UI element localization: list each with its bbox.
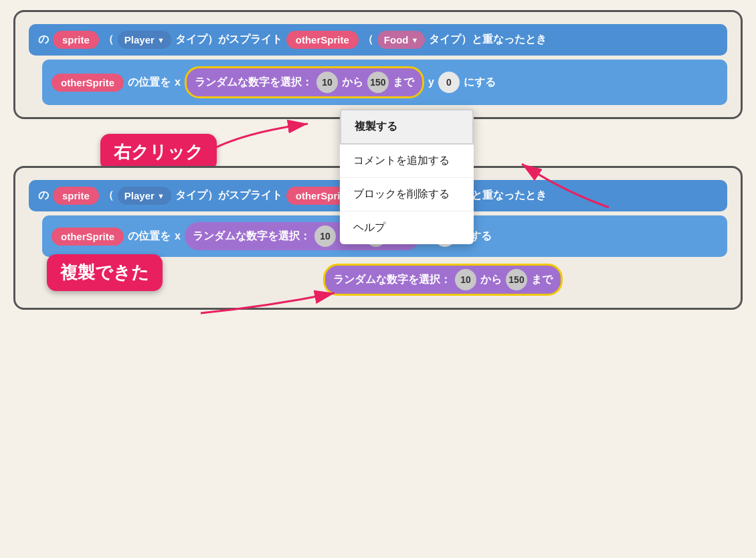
kara-dup: から (480, 273, 502, 287)
open-paren-b: （ (103, 189, 114, 203)
no-text-b: の (38, 189, 49, 203)
type2-text: タイプ）と重なったとき (429, 33, 547, 47)
open-paren2: （ (363, 33, 373, 47)
menu-item-help[interactable]: ヘルプ (340, 211, 474, 244)
no-text: の (38, 33, 49, 47)
kara-top: から (342, 76, 363, 90)
x-label: x (175, 76, 181, 88)
player-dropdown[interactable]: Player ▼ (118, 31, 171, 49)
x-label-b: x (175, 230, 181, 242)
food-arrow-icon: ▼ (411, 36, 418, 44)
open-paren: （ (103, 33, 114, 47)
top-panel: の sprite （ Player ▼ タイプ）がスプライト otherSpri… (13, 10, 743, 119)
type1-text-b: タイプ）がスプライト (175, 189, 282, 203)
duplicated-block-row: ランダムな数字を選択： 10 から 150 まで (323, 264, 727, 296)
from-val-top[interactable]: 10 (316, 72, 338, 93)
from-val-b[interactable]: 10 (314, 225, 336, 247)
niSuru-top: にする (464, 76, 496, 90)
text1-b: の位置を (128, 229, 171, 244)
type1-text: タイプ）がスプライト (175, 33, 282, 47)
othersprite-pill-top[interactable]: otherSprite (286, 31, 359, 49)
y-label: y (428, 76, 434, 88)
from-val-dup[interactable]: 10 (455, 269, 476, 290)
zero-val-top[interactable]: 0 (438, 72, 460, 93)
to-val-dup[interactable]: 150 (506, 269, 527, 290)
menu-item-comment[interactable]: コメントを追加する (340, 145, 474, 178)
food-dropdown-top[interactable]: Food ▼ (377, 31, 426, 49)
sprite-pill-b[interactable]: sprite (53, 187, 99, 205)
made-top: まで (393, 76, 414, 90)
player-dropdown-b[interactable]: Player ▼ (118, 187, 171, 205)
random-block-duplicated[interactable]: ランダムな数字を選択： 10 から 150 まで (323, 264, 563, 296)
player-arrow-icon-b: ▼ (157, 192, 165, 200)
random-label-top: ランダムな数字を選択： (195, 76, 312, 90)
menu-item-copy[interactable]: 複製する (340, 109, 474, 145)
player-arrow-icon: ▼ (157, 36, 165, 44)
made-dup: まで (531, 273, 553, 287)
to-val-top[interactable]: 150 (367, 72, 389, 93)
top-row2: otherSprite の位置を x ランダムな数字を選択： 10 から 150… (42, 60, 727, 105)
sprite-pill[interactable]: sprite (53, 31, 99, 49)
text1: の位置を (128, 76, 171, 90)
othersprite-pill2[interactable]: otherSprite (52, 74, 124, 92)
fukusei-label: 複製できた (47, 254, 163, 291)
menu-item-delete[interactable]: ブロックを削除する (340, 178, 474, 211)
context-menu: 複製する コメントを追加する ブロックを削除する ヘルプ (340, 109, 474, 244)
othersprite-pill-b2[interactable]: otherSprite (52, 227, 124, 246)
random-label-b: ランダムな数字を選択： (193, 229, 310, 244)
top-row1: の sprite （ Player ▼ タイプ）がスプライト otherSpri… (29, 24, 727, 56)
random-block-top[interactable]: ランダムな数字を選択： 10 から 150 まで (185, 66, 424, 98)
random-label-dup: ランダムな数字を選択： (333, 273, 451, 287)
